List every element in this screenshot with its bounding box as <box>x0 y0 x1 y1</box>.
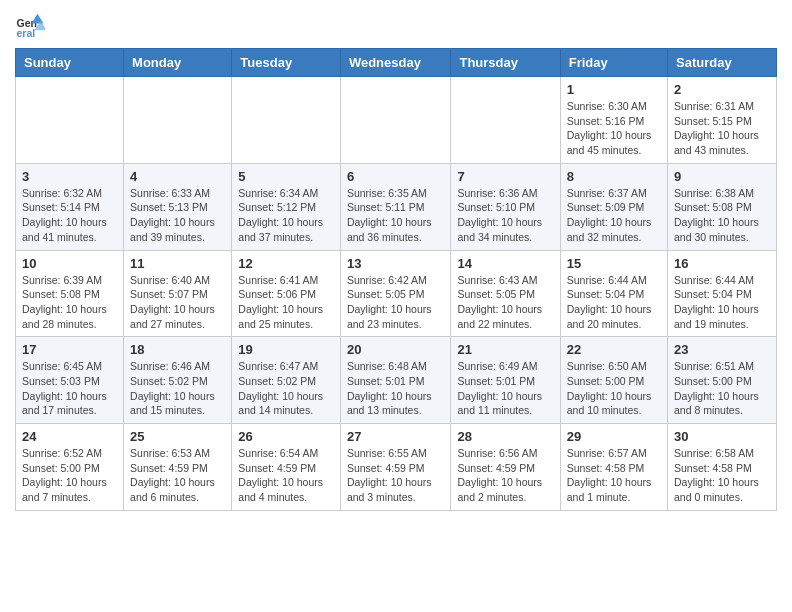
calendar-cell: 23Sunrise: 6:51 AM Sunset: 5:00 PM Dayli… <box>668 337 777 424</box>
calendar-cell: 7Sunrise: 6:36 AM Sunset: 5:10 PM Daylig… <box>451 163 560 250</box>
day-number: 13 <box>347 256 445 271</box>
day-info: Sunrise: 6:32 AM Sunset: 5:14 PM Dayligh… <box>22 186 117 245</box>
day-number: 10 <box>22 256 117 271</box>
day-info: Sunrise: 6:30 AM Sunset: 5:16 PM Dayligh… <box>567 99 661 158</box>
day-number: 19 <box>238 342 334 357</box>
calendar-cell: 25Sunrise: 6:53 AM Sunset: 4:59 PM Dayli… <box>124 424 232 511</box>
day-number: 6 <box>347 169 445 184</box>
calendar-cell: 3Sunrise: 6:32 AM Sunset: 5:14 PM Daylig… <box>16 163 124 250</box>
weekday-header-saturday: Saturday <box>668 49 777 77</box>
week-row-1: 1Sunrise: 6:30 AM Sunset: 5:16 PM Daylig… <box>16 77 777 164</box>
calendar-cell: 9Sunrise: 6:38 AM Sunset: 5:08 PM Daylig… <box>668 163 777 250</box>
day-info: Sunrise: 6:44 AM Sunset: 5:04 PM Dayligh… <box>674 273 770 332</box>
day-info: Sunrise: 6:50 AM Sunset: 5:00 PM Dayligh… <box>567 359 661 418</box>
day-number: 23 <box>674 342 770 357</box>
week-row-4: 17Sunrise: 6:45 AM Sunset: 5:03 PM Dayli… <box>16 337 777 424</box>
day-number: 11 <box>130 256 225 271</box>
day-number: 29 <box>567 429 661 444</box>
logo-icon: Gen eral <box>15 10 45 40</box>
weekday-header-wednesday: Wednesday <box>340 49 451 77</box>
calendar-cell: 2Sunrise: 6:31 AM Sunset: 5:15 PM Daylig… <box>668 77 777 164</box>
day-info: Sunrise: 6:31 AM Sunset: 5:15 PM Dayligh… <box>674 99 770 158</box>
day-number: 15 <box>567 256 661 271</box>
week-row-5: 24Sunrise: 6:52 AM Sunset: 5:00 PM Dayli… <box>16 424 777 511</box>
logo: Gen eral <box>15 10 49 40</box>
calendar-cell: 10Sunrise: 6:39 AM Sunset: 5:08 PM Dayli… <box>16 250 124 337</box>
calendar-cell: 17Sunrise: 6:45 AM Sunset: 5:03 PM Dayli… <box>16 337 124 424</box>
calendar-cell: 15Sunrise: 6:44 AM Sunset: 5:04 PM Dayli… <box>560 250 667 337</box>
day-info: Sunrise: 6:58 AM Sunset: 4:58 PM Dayligh… <box>674 446 770 505</box>
day-info: Sunrise: 6:57 AM Sunset: 4:58 PM Dayligh… <box>567 446 661 505</box>
calendar-cell: 1Sunrise: 6:30 AM Sunset: 5:16 PM Daylig… <box>560 77 667 164</box>
calendar-cell <box>451 77 560 164</box>
day-info: Sunrise: 6:55 AM Sunset: 4:59 PM Dayligh… <box>347 446 445 505</box>
day-info: Sunrise: 6:53 AM Sunset: 4:59 PM Dayligh… <box>130 446 225 505</box>
day-info: Sunrise: 6:46 AM Sunset: 5:02 PM Dayligh… <box>130 359 225 418</box>
day-number: 3 <box>22 169 117 184</box>
weekday-header-friday: Friday <box>560 49 667 77</box>
calendar-cell: 24Sunrise: 6:52 AM Sunset: 5:00 PM Dayli… <box>16 424 124 511</box>
day-number: 17 <box>22 342 117 357</box>
calendar-cell: 13Sunrise: 6:42 AM Sunset: 5:05 PM Dayli… <box>340 250 451 337</box>
day-number: 5 <box>238 169 334 184</box>
day-info: Sunrise: 6:37 AM Sunset: 5:09 PM Dayligh… <box>567 186 661 245</box>
day-info: Sunrise: 6:52 AM Sunset: 5:00 PM Dayligh… <box>22 446 117 505</box>
calendar-cell: 6Sunrise: 6:35 AM Sunset: 5:11 PM Daylig… <box>340 163 451 250</box>
calendar-cell <box>340 77 451 164</box>
calendar-cell: 4Sunrise: 6:33 AM Sunset: 5:13 PM Daylig… <box>124 163 232 250</box>
day-info: Sunrise: 6:47 AM Sunset: 5:02 PM Dayligh… <box>238 359 334 418</box>
calendar-cell: 12Sunrise: 6:41 AM Sunset: 5:06 PM Dayli… <box>232 250 341 337</box>
day-number: 30 <box>674 429 770 444</box>
calendar-cell <box>16 77 124 164</box>
day-info: Sunrise: 6:51 AM Sunset: 5:00 PM Dayligh… <box>674 359 770 418</box>
day-info: Sunrise: 6:33 AM Sunset: 5:13 PM Dayligh… <box>130 186 225 245</box>
calendar-cell: 29Sunrise: 6:57 AM Sunset: 4:58 PM Dayli… <box>560 424 667 511</box>
day-info: Sunrise: 6:38 AM Sunset: 5:08 PM Dayligh… <box>674 186 770 245</box>
calendar-cell: 26Sunrise: 6:54 AM Sunset: 4:59 PM Dayli… <box>232 424 341 511</box>
day-info: Sunrise: 6:34 AM Sunset: 5:12 PM Dayligh… <box>238 186 334 245</box>
day-info: Sunrise: 6:36 AM Sunset: 5:10 PM Dayligh… <box>457 186 553 245</box>
calendar: SundayMondayTuesdayWednesdayThursdayFrid… <box>15 48 777 511</box>
calendar-cell: 30Sunrise: 6:58 AM Sunset: 4:58 PM Dayli… <box>668 424 777 511</box>
day-info: Sunrise: 6:35 AM Sunset: 5:11 PM Dayligh… <box>347 186 445 245</box>
svg-text:eral: eral <box>17 27 36 39</box>
day-number: 21 <box>457 342 553 357</box>
weekday-header-tuesday: Tuesday <box>232 49 341 77</box>
day-number: 22 <box>567 342 661 357</box>
day-number: 4 <box>130 169 225 184</box>
day-info: Sunrise: 6:42 AM Sunset: 5:05 PM Dayligh… <box>347 273 445 332</box>
calendar-cell: 22Sunrise: 6:50 AM Sunset: 5:00 PM Dayli… <box>560 337 667 424</box>
day-number: 16 <box>674 256 770 271</box>
calendar-cell <box>232 77 341 164</box>
calendar-cell: 27Sunrise: 6:55 AM Sunset: 4:59 PM Dayli… <box>340 424 451 511</box>
day-info: Sunrise: 6:40 AM Sunset: 5:07 PM Dayligh… <box>130 273 225 332</box>
day-number: 25 <box>130 429 225 444</box>
day-info: Sunrise: 6:49 AM Sunset: 5:01 PM Dayligh… <box>457 359 553 418</box>
calendar-cell: 19Sunrise: 6:47 AM Sunset: 5:02 PM Dayli… <box>232 337 341 424</box>
calendar-cell: 8Sunrise: 6:37 AM Sunset: 5:09 PM Daylig… <box>560 163 667 250</box>
day-info: Sunrise: 6:54 AM Sunset: 4:59 PM Dayligh… <box>238 446 334 505</box>
calendar-cell: 20Sunrise: 6:48 AM Sunset: 5:01 PM Dayli… <box>340 337 451 424</box>
calendar-cell: 11Sunrise: 6:40 AM Sunset: 5:07 PM Dayli… <box>124 250 232 337</box>
day-number: 28 <box>457 429 553 444</box>
day-number: 1 <box>567 82 661 97</box>
day-number: 14 <box>457 256 553 271</box>
weekday-header-row: SundayMondayTuesdayWednesdayThursdayFrid… <box>16 49 777 77</box>
weekday-header-monday: Monday <box>124 49 232 77</box>
day-number: 20 <box>347 342 445 357</box>
day-number: 12 <box>238 256 334 271</box>
header: Gen eral <box>15 10 777 40</box>
day-number: 7 <box>457 169 553 184</box>
calendar-cell <box>124 77 232 164</box>
weekday-header-thursday: Thursday <box>451 49 560 77</box>
day-info: Sunrise: 6:48 AM Sunset: 5:01 PM Dayligh… <box>347 359 445 418</box>
day-info: Sunrise: 6:56 AM Sunset: 4:59 PM Dayligh… <box>457 446 553 505</box>
weekday-header-sunday: Sunday <box>16 49 124 77</box>
day-info: Sunrise: 6:43 AM Sunset: 5:05 PM Dayligh… <box>457 273 553 332</box>
calendar-cell: 16Sunrise: 6:44 AM Sunset: 5:04 PM Dayli… <box>668 250 777 337</box>
calendar-cell: 14Sunrise: 6:43 AM Sunset: 5:05 PM Dayli… <box>451 250 560 337</box>
day-info: Sunrise: 6:39 AM Sunset: 5:08 PM Dayligh… <box>22 273 117 332</box>
day-number: 27 <box>347 429 445 444</box>
day-number: 2 <box>674 82 770 97</box>
week-row-3: 10Sunrise: 6:39 AM Sunset: 5:08 PM Dayli… <box>16 250 777 337</box>
